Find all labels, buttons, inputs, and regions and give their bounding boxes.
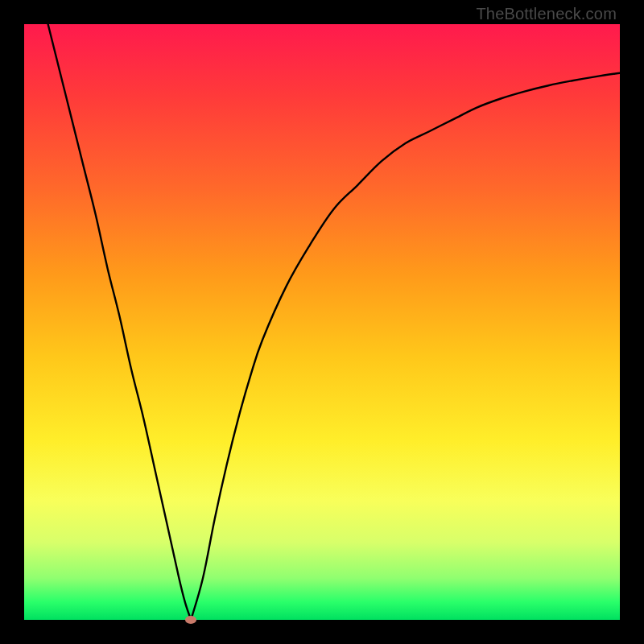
plot-area xyxy=(24,24,620,620)
curve-svg xyxy=(24,24,620,620)
watermark-label: TheBottleneck.com xyxy=(476,5,617,23)
chart-container: TheBottleneck.com xyxy=(0,0,644,644)
bottleneck-curve xyxy=(48,24,620,620)
minimum-marker-icon xyxy=(185,616,196,624)
